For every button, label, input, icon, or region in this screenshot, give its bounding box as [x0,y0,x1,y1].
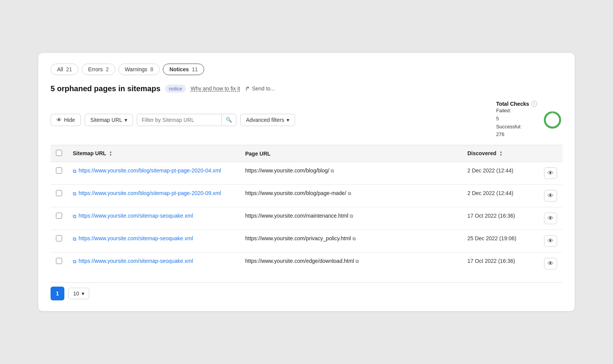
send-icon: ↱ [245,85,250,92]
sitemap-url-link[interactable]: https://www.yoursite.com/sitemap-seoquak… [79,235,193,241]
page-url-row: https://www.yoursite.com/maintenance.htm… [245,213,457,219]
filter-input[interactable] [137,114,221,126]
table-row: ⧉ https://www.yoursite.com/blog/sitemap-… [51,185,562,207]
eye-icon: 👁 [547,260,554,267]
page-ext-icon: ⧉ [348,191,351,196]
table-row: ⧉ https://www.yoursite.com/sitemap-seoqu… [51,207,562,230]
pagination-row: 1 10 ▾ [51,282,562,300]
external-link-icon: ⧉ [73,191,76,197]
fix-link[interactable]: Why and how to fix it [190,85,240,92]
view-button[interactable]: 👁 [544,213,557,224]
sitemap-url-link[interactable]: https://www.yoursite.com/sitemap-seoquak… [79,213,193,219]
discovered-cell: 17 Oct 2022 (16:36) [462,207,539,230]
sitemap-url-link[interactable]: https://www.yoursite.com/blog/sitemap-pt… [79,190,221,196]
sitemap-url-link[interactable]: https://www.yoursite.com/blog/sitemap-pt… [79,167,221,174]
total-checks-label: Total Checks i [496,101,537,107]
send-button[interactable]: ↱ Send to... [245,85,275,92]
row-1-checkbox[interactable] [56,190,62,196]
advanced-filters-button[interactable]: Advanced filters ▾ [240,114,295,126]
total-checks: Total Checks i Failed: 5 Successful: 276 [496,101,562,139]
action-cell: 👁 [539,162,562,185]
sitemap-url-cell: ⧉ https://www.yoursite.com/sitemap-seoqu… [67,253,240,275]
page-url-text: https://www.yoursite.com/maintenance.htm… [245,213,348,219]
view-button[interactable]: 👁 [544,235,557,247]
search-icon: 🔍 [226,117,232,123]
page-url-row: https://www.yoursite.com/edge/download.h… [245,258,457,264]
sitemap-url-cell: ⧉ https://www.yoursite.com/blog/sitemap-… [67,162,240,185]
action-cell: 👁 [539,230,562,253]
row-3-checkbox[interactable] [56,235,62,241]
action-cell: 👁 [539,185,562,207]
sitemap-url-link[interactable]: https://www.yoursite.com/sitemap-seoquak… [79,258,193,264]
page-1-button[interactable]: 1 [51,287,64,300]
row-4-checkbox[interactable] [56,258,62,264]
external-link-icon: ⧉ [73,168,76,174]
page-url-text: https://www.yoursite.com/edge/download.h… [245,258,354,264]
col-header-action [539,145,562,162]
chevron-down-icon: ▾ [125,117,127,123]
col-header-checkbox [51,145,67,162]
sitemap-url-cell: ⧉ https://www.yoursite.com/sitemap-seoqu… [67,230,240,253]
col-header-discovered[interactable]: Discovered ▲▼ [462,145,539,162]
page-ext-icon: ⧉ [352,236,356,241]
table-row: ⧉ https://www.yoursite.com/sitemap-seoqu… [51,230,562,253]
row-checkbox-cell [51,253,67,275]
external-link-icon: ⧉ [73,213,76,220]
hide-button[interactable]: 👁 Hide [51,114,81,126]
row-2-checkbox[interactable] [56,213,62,219]
external-link-icon: ⧉ [73,259,76,265]
discovered-cell: 2 Dec 2022 (12:44) [462,185,539,207]
info-icon[interactable]: i [531,101,537,107]
row-checkbox-cell [51,162,67,185]
chevron-down-icon-perpage: ▾ [82,290,84,297]
issue-title: 5 orphaned pages in sitemaps [51,84,161,93]
eye-icon: 👁 [547,192,554,199]
page-ext-icon: ⧉ [331,168,334,174]
table-row: ⧉ https://www.yoursite.com/sitemap-seoqu… [51,253,562,275]
eye-icon: 👁 [547,215,554,221]
tab-warnings[interactable]: Warnings 8 [118,64,160,75]
filter-type-dropdown[interactable]: Sitemap URL ▾ [85,114,133,126]
sitemap-url-cell: ⧉ https://www.yoursite.com/blog/sitemap-… [67,185,240,207]
external-link-icon: ⧉ [73,236,76,242]
row-0-checkbox[interactable] [56,167,62,174]
col-header-page-url: Page URL [240,145,462,162]
issue-header: 5 orphaned pages in sitemaps notice Why … [51,84,562,93]
view-button[interactable]: 👁 [544,190,557,202]
page-url-cell: https://www.yoursite.com/edge/download.h… [240,253,462,275]
sitemap-url-cell: ⧉ https://www.yoursite.com/sitemap-seoqu… [67,207,240,230]
page-url-text: https://www.yoursite.com/blog/blog/ [245,167,329,174]
col-header-sitemap-url[interactable]: Sitemap URL ▲▼ [67,145,240,162]
select-all-checkbox[interactable] [56,150,62,156]
search-button[interactable]: 🔍 [221,114,236,125]
checks-text: Failed: 5 Successful: 276 [496,107,537,139]
sort-icon-sitemap: ▲▼ [109,151,112,157]
row-checkbox-cell [51,230,67,253]
view-button[interactable]: 👁 [544,167,557,179]
page-url-text: https://www.yoursite.com/privacy_policy.… [245,235,351,241]
page-ext-icon: ⧉ [356,259,359,264]
page-url-row: https://www.yoursite.com/blog/page-made/… [245,190,457,196]
main-card: All 21 Errors 2 Warnings 8 Notices 11 5 … [38,53,575,311]
failed-text: Failed: 5 [496,107,537,123]
page-ext-icon: ⧉ [350,213,353,219]
discovered-cell: 25 Dec 2022 (19:06) [462,230,539,253]
page-url-cell: https://www.yoursite.com/maintenance.htm… [240,207,462,230]
notice-badge: notice [165,85,186,93]
page-url-row: https://www.yoursite.com/blog/blog/ ⧉ [245,167,457,174]
tab-notices[interactable]: Notices 11 [163,64,204,75]
per-page-dropdown[interactable]: 10 ▾ [68,288,89,299]
action-cell: 👁 [539,207,562,230]
view-button[interactable]: 👁 [544,258,557,269]
sort-icon-discovered: ▲▼ [499,151,502,157]
toolbar-row: 👁 Hide Sitemap URL ▾ 🔍 Advanced filters … [51,101,562,139]
row-checkbox-cell [51,207,67,230]
action-cell: 👁 [539,253,562,275]
tab-errors[interactable]: Errors 2 [82,64,115,75]
donut-svg [543,110,562,130]
svg-point-1 [545,112,560,128]
donut-chart [543,110,562,130]
tab-all[interactable]: All 21 [51,64,79,75]
successful-text: Successful: 276 [496,123,537,139]
page-url-cell: https://www.yoursite.com/privacy_policy.… [240,230,462,253]
